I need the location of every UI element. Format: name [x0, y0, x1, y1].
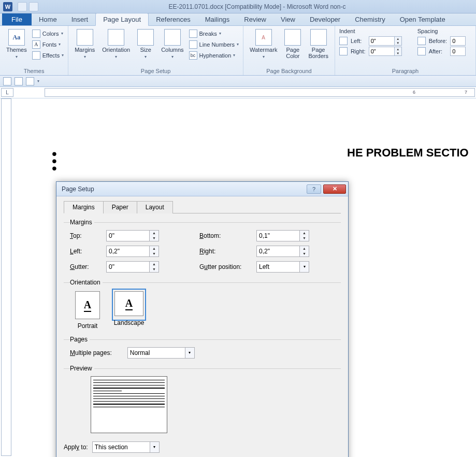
- margin-bottom-input[interactable]: ▲▼: [256, 230, 319, 241]
- window-title: EE-2011.0701.docx [Compatibility Mode] -…: [38, 3, 476, 10]
- orientation-portrait[interactable]: A Portrait: [74, 290, 101, 330]
- page-borders-button[interactable]: Page Borders: [306, 28, 330, 60]
- landscape-icon: A: [114, 291, 143, 316]
- line-numbers-button[interactable]: Line Numbers ▾: [189, 39, 239, 50]
- word-app-icon: W: [3, 2, 12, 11]
- tab-stop-selector[interactable]: L: [1, 88, 13, 97]
- tab-developer[interactable]: Developer: [302, 13, 348, 25]
- sub-icon-2[interactable]: [15, 77, 23, 85]
- group-label-paragraph: Paragraph: [339, 67, 471, 74]
- tab-view[interactable]: View: [273, 13, 302, 25]
- ruler-row: L 6 7: [0, 87, 476, 98]
- sub-toolbar: ▾: [0, 76, 476, 87]
- orientation-button[interactable]: Orientation▾: [100, 28, 132, 61]
- document-bullets: •••: [52, 150, 57, 172]
- preview-section: Preview: [64, 365, 341, 435]
- group-page-background: AWatermark▾ Page Color Page Borders Page…: [243, 26, 335, 75]
- margin-right-label: Right:: [199, 248, 256, 255]
- hyphenation-icon: bc: [189, 51, 197, 60]
- qat-undo-icon[interactable]: [29, 2, 38, 11]
- tab-open-template[interactable]: Open Template: [393, 13, 453, 25]
- dialog-close-button[interactable]: ✕: [323, 184, 346, 194]
- fonts-icon: A: [32, 40, 40, 49]
- apply-to-select[interactable]: ▾: [92, 441, 160, 453]
- spacing-before-label: Before:: [429, 38, 447, 44]
- spacing-after-label: After:: [429, 48, 447, 54]
- tab-home[interactable]: Home: [32, 13, 64, 25]
- indent-right-input[interactable]: ▲▼: [369, 47, 402, 56]
- sub-icon-1[interactable]: [3, 77, 11, 85]
- margins-section: Margins Top: ▲▼ Bottom: ▲▼ Left: ▲▼ Righ…: [64, 219, 341, 275]
- ribbon: Aa Themes▾ Colors ▾ AFonts ▾ Effects ▾ T…: [0, 26, 476, 76]
- document-area[interactable]: ••• HE PROBLEM SECTIO Page Setup ? ✕ Mar…: [0, 98, 476, 456]
- tab-insert[interactable]: Insert: [64, 13, 96, 25]
- theme-fonts-button[interactable]: AFonts ▾: [32, 39, 64, 50]
- quick-access-toolbar: [18, 2, 38, 11]
- vertical-ruler[interactable]: [1, 98, 11, 456]
- spacing-after-input[interactable]: [450, 47, 466, 56]
- multiple-pages-select[interactable]: ▾: [127, 347, 195, 359]
- group-label-page-background: Page Background: [248, 67, 330, 74]
- dialog-help-button[interactable]: ?: [307, 184, 321, 194]
- margin-right-input[interactable]: ▲▼: [256, 246, 319, 257]
- themes-button[interactable]: Aa Themes▾: [4, 28, 29, 61]
- tab-page-layout[interactable]: Page Layout: [95, 13, 149, 26]
- spacing-after-icon: [417, 47, 426, 55]
- watermark-icon: A: [255, 29, 272, 46]
- page-borders-icon: [310, 29, 327, 46]
- spacing-before-icon: [417, 37, 426, 45]
- qat-save-icon[interactable]: [18, 2, 27, 11]
- orientation-section-title: Orientation: [70, 279, 103, 286]
- title-bar: W EE-2011.0701.docx [Compatibility Mode]…: [0, 0, 476, 13]
- margin-top-label: Top:: [70, 232, 106, 239]
- indent-left-input[interactable]: ▲▼: [369, 36, 402, 46]
- theme-effects-button[interactable]: Effects ▾: [32, 50, 64, 61]
- spacing-heading: Spacing: [417, 28, 466, 34]
- dialog-titlebar[interactable]: Page Setup ? ✕: [56, 182, 348, 196]
- preview-thumbnail: [91, 376, 167, 433]
- horizontal-ruler[interactable]: 6 7: [45, 88, 475, 97]
- orientation-landscape[interactable]: A Landscape: [113, 290, 145, 330]
- line-numbers-icon: [189, 40, 197, 49]
- indent-heading: Indent: [339, 28, 402, 34]
- portrait-icon: A: [75, 291, 100, 319]
- gutter-input[interactable]: ▲▼: [106, 261, 168, 273]
- margins-button[interactable]: Margins▾: [73, 28, 97, 61]
- margins-section-title: Margins: [70, 219, 94, 226]
- tab-mailings[interactable]: Mailings: [198, 13, 237, 25]
- group-label-page-setup: Page Setup: [73, 67, 239, 74]
- sub-dropdown-icon[interactable]: ▾: [37, 79, 39, 83]
- indent-right-icon: [339, 47, 348, 55]
- margin-bottom-label: Bottom:: [199, 232, 256, 239]
- gutter-position-select[interactable]: ▾: [256, 261, 319, 273]
- dialog-tab-paper[interactable]: Paper: [103, 201, 137, 213]
- pages-section-title: Pages: [70, 336, 90, 343]
- indent-left-label: Left:: [351, 38, 366, 44]
- hyphenation-button[interactable]: bcHyphenation ▾: [189, 50, 239, 61]
- breaks-button[interactable]: Breaks ▾: [189, 28, 239, 39]
- watermark-button[interactable]: AWatermark▾: [248, 28, 279, 61]
- theme-colors-button[interactable]: Colors ▾: [32, 28, 64, 39]
- orientation-section: Orientation A Portrait A Landscape: [64, 279, 341, 332]
- dialog-tab-layout[interactable]: Layout: [137, 201, 173, 213]
- pages-section: Pages Multiple pages: ▾: [64, 336, 341, 361]
- dialog-tab-margins[interactable]: Margins: [64, 201, 104, 213]
- margin-left-input[interactable]: ▲▼: [106, 246, 168, 257]
- columns-button[interactable]: Columns▾: [159, 28, 185, 61]
- margin-top-input[interactable]: ▲▼: [106, 230, 168, 241]
- document-heading-text: HE PROBLEM SECTIO: [347, 146, 469, 160]
- multiple-pages-label: Multiple pages:: [70, 349, 112, 356]
- spacing-before-input[interactable]: [450, 36, 466, 46]
- tab-references[interactable]: References: [149, 13, 197, 25]
- size-button[interactable]: Size▾: [135, 28, 156, 61]
- effects-icon: [32, 51, 40, 60]
- preview-section-title: Preview: [70, 365, 94, 372]
- sub-icon-3[interactable]: [26, 77, 34, 85]
- tab-chemistry[interactable]: Chemistry: [348, 13, 393, 25]
- colors-icon: [32, 30, 40, 38]
- tab-review[interactable]: Review: [237, 13, 273, 25]
- page-color-button[interactable]: Page Color: [282, 28, 303, 60]
- margins-icon: [77, 29, 93, 46]
- gutter-position-label: Gutter position:: [199, 263, 256, 270]
- tab-file[interactable]: File: [2, 13, 32, 25]
